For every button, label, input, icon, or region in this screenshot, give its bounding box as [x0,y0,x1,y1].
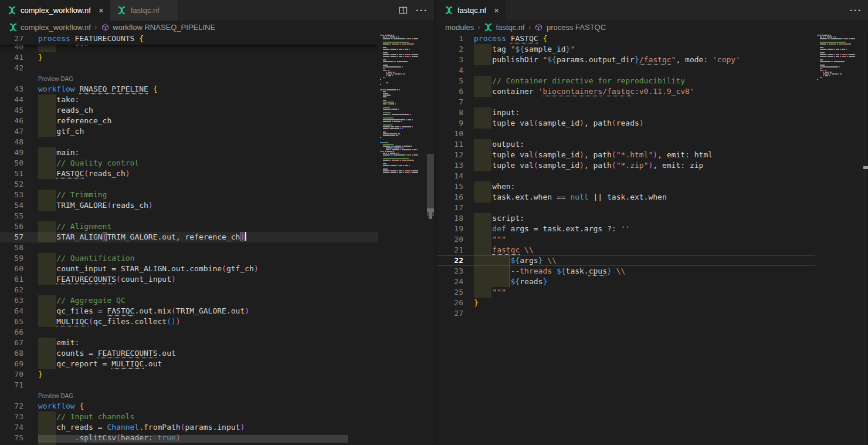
minimap-line [815,52,856,53]
code-line[interactable]: 4 [437,65,815,76]
code-line[interactable]: 50 // Quality control [0,158,378,168]
code-line[interactable]: 65 MULTIQC(qc_files.collect()) [0,316,378,327]
minimap-line [378,128,427,129]
code-line[interactable]: 68 counts = FEATURECOUNTS.out [0,348,378,359]
minimap-line [378,82,427,83]
tab-fastqc.nf[interactable]: fastqc.nf× [110,0,179,21]
minimap-line [378,70,427,71]
code-line[interactable]: 12 tuple val(sample_id), path("*.html"),… [437,150,815,160]
code-area-left[interactable]: 40 """41}42Preview DAG43workflow RNASEQ_… [0,33,378,445]
code-line[interactable]: 26} [437,298,815,308]
breadcrumb-item[interactable]: modules [445,23,474,32]
breadcrumb-item[interactable]: complex_workflow.nf [8,22,91,32]
minimap-line [378,59,427,60]
code-line[interactable]: 62 [0,285,378,295]
code-line[interactable]: 11 output: [437,139,815,150]
code-line[interactable]: 2 tag "${sample_id}" [437,44,815,55]
code-line[interactable]: 59 // Quantification [0,253,378,264]
code-line[interactable]: 51 FASTQC(reads_ch) [0,168,378,179]
editor-pane-right: fastqc.nf× ··· modules›fastqc.nf›process… [437,0,868,445]
code-line[interactable]: 1process FASTQC { [437,33,815,44]
code-line[interactable]: 57 STAR_ALIGN(TRIM_GALORE.out, reference… [0,232,378,242]
code-line[interactable]: 5 // Container directive for reproducibi… [437,76,815,86]
code-line[interactable]: 56 // Alignment [0,221,378,232]
code-line[interactable]: 72workflow { [0,401,378,412]
code-line[interactable]: 46 reference_ch [0,116,378,126]
code-line[interactable]: 18 script: [437,213,815,224]
editor-right[interactable]: 1process FASTQC {2 tag "${sample_id}"3 p… [437,33,868,445]
close-icon[interactable]: × [99,6,104,15]
code-line[interactable]: 24 ${reads} [437,277,815,287]
code-line[interactable]: 22 ${args} \\ [437,255,815,266]
minimap-line [378,40,427,41]
code-line[interactable]: 52 [0,179,378,190]
code-line[interactable]: 15 when: [437,181,815,192]
codelens-preview-dag[interactable]: Preview DAG [0,73,378,84]
breadcrumb-item[interactable]: workflow RNASEQ_PIPELINE [100,22,215,32]
code-line[interactable]: 16 task.ext.when == null || task.ext.whe… [437,192,815,203]
code-line[interactable]: 64 qc_files = FASTQC.out.mix(TRIM_GALORE… [0,306,378,316]
scrollbar-decoration [429,212,432,219]
close-icon[interactable]: × [494,6,499,15]
code-line[interactable]: 69 qc_report = MULTIQC.out [0,359,378,369]
code-line[interactable]: 17 [437,203,815,213]
code-line[interactable]: 9 tuple val(sample_id), path(reads) [437,118,815,129]
code-line[interactable]: 58 [0,242,378,253]
code-line[interactable]: 70} [0,369,378,380]
line-number: 58 [0,242,23,253]
code-line[interactable]: 61 FEATURECOUNTS(count_input) [0,274,378,285]
code-line[interactable]: 63 // Aggregate QC [0,295,378,306]
code-area-right[interactable]: 1process FASTQC {2 tag "${sample_id}"3 p… [437,33,815,319]
code-line[interactable]: 13 tuple val(sample_id), path("*.zip"), … [437,160,815,171]
code-line[interactable]: 19 def args = task.ext.args ?: '' [437,224,815,234]
code-line[interactable]: 3 publishDir "${params.output_dir}/fastq… [437,55,815,65]
code-line[interactable]: 54 TRIM_GALORE(reads_ch) [0,200,378,211]
code-line[interactable]: 20 """ [437,234,815,245]
code-line[interactable]: 44 take: [0,95,378,105]
minimap-line [378,96,427,97]
code-line[interactable]: 14 [437,171,815,181]
code-line[interactable]: 6 container 'biocontainers/fastqc:v0.11.… [437,86,815,97]
code-line[interactable]: 43workflow RNASEQ_PIPELINE { [0,84,378,95]
code-line[interactable]: 27process FEATURECOUNTS { [0,33,378,44]
minimap-left[interactable] [378,33,427,445]
codelens-preview-dag[interactable]: Preview DAG [0,390,378,401]
code-line[interactable]: 45 reads_ch [0,105,378,116]
editor-window: complex_workflow.nf×fastqc.nf× ··· compl… [0,0,868,445]
code-line[interactable]: 8 input: [437,107,815,118]
sticky-scroll-line[interactable]: 27process FEATURECOUNTS { [0,33,378,45]
line-number: 66 [0,327,23,338]
code-line[interactable]: 7 [437,97,815,107]
code-line[interactable]: 42 [0,63,378,73]
code-line[interactable]: 53 // Trimming [0,190,378,200]
code-line[interactable]: 74 ch_reads = Channel.fromPath(params.in… [0,422,378,433]
tab-fastqc.nf[interactable]: fastqc.nf× [437,0,506,21]
code-line[interactable]: 10 [437,129,815,139]
minimap-right[interactable] [815,33,856,445]
ellipsis-icon[interactable]: ··· [416,5,428,15]
code-line[interactable]: 49 main: [0,147,378,158]
code-line[interactable]: 23 --threads ${task.cpus} \\ [437,266,815,277]
editor-left[interactable]: 40 """41}42Preview DAG43workflow RNASEQ_… [0,33,434,445]
vertical-scrollbar-left[interactable] [427,154,434,216]
code-line[interactable]: 48 [0,137,378,147]
code-line[interactable]: 25 """ [437,287,815,298]
code-line[interactable]: 67 emit: [0,338,378,348]
code-line[interactable]: 71 [0,380,378,390]
code-line[interactable]: 47 gtf_ch [0,126,378,137]
code-line[interactable]: 55 [0,211,378,221]
breadcrumb-item[interactable]: process FASTQC [534,22,606,32]
breadcrumb-label: process FASTQC [547,23,606,32]
code-line[interactable]: 73 // Input channels [0,412,378,422]
breadcrumb-item[interactable]: fastqc.nf [483,22,524,32]
code-line[interactable]: 41} [0,52,378,63]
ellipsis-icon[interactable]: ··· [850,5,862,15]
code-line[interactable]: 21 fastqc \\ [437,245,815,255]
horizontal-scrollbar-left[interactable] [38,435,348,443]
code-line[interactable]: 60 count_input = STAR_ALIGN.out.combine(… [0,264,378,274]
code-line[interactable]: 27 [437,308,815,319]
tab-complex_workflow.nf[interactable]: complex_workflow.nf× [0,0,110,21]
split-editor-icon[interactable] [398,6,408,15]
code-line[interactable]: 66 [0,327,378,338]
minimap-line [378,72,427,73]
